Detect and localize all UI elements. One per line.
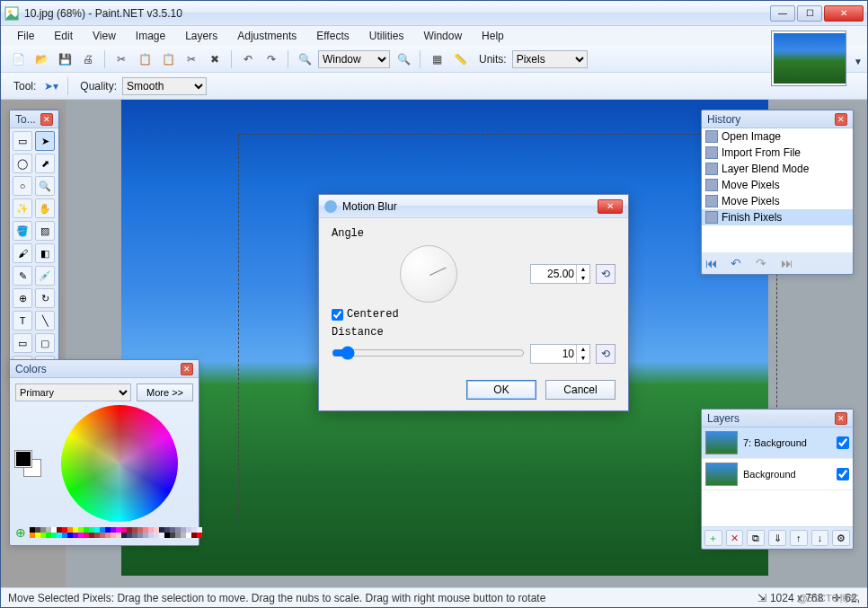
duplicate-layer-button[interactable]: ⧉ <box>747 530 765 546</box>
spin-up-icon[interactable]: ▲ <box>576 265 589 274</box>
grid-button[interactable]: ▦ <box>427 49 447 69</box>
thumbnail-dropdown-icon[interactable]: ▼ <box>854 57 866 69</box>
recolor-tool[interactable]: ↻ <box>35 288 55 308</box>
pencil-tool[interactable]: ✎ <box>13 266 32 286</box>
gradient-tool[interactable]: ▨ <box>35 221 55 241</box>
history-list[interactable]: Open ImageImport From FileLayer Blend Mo… <box>702 128 853 252</box>
distance-slider[interactable] <box>332 346 525 363</box>
current-tool-icon[interactable]: ➤▾ <box>41 76 61 96</box>
quality-select[interactable]: Smooth <box>122 77 207 95</box>
history-item[interactable]: Move Pixels <box>702 193 853 209</box>
close-icon[interactable]: ✕ <box>835 412 847 425</box>
distance-reset-button[interactable]: ⟲ <box>596 344 616 364</box>
layers-panel-title[interactable]: Layers ✕ <box>702 410 853 427</box>
layers-panel[interactable]: Layers ✕ 7: BackgroundBackground ＋ ✕ ⧉ ⇓… <box>701 409 854 550</box>
color-picker-tool[interactable]: 💉 <box>35 266 55 286</box>
distance-input[interactable] <box>531 345 576 363</box>
menu-effects[interactable]: Effects <box>307 28 358 44</box>
centered-checkbox[interactable] <box>332 309 343 321</box>
lasso-tool[interactable]: ◯ <box>13 154 32 173</box>
history-item[interactable]: Finish Pixels <box>702 209 853 225</box>
print-button[interactable]: 🖨 <box>78 49 98 69</box>
layer-props-button[interactable]: ⚙ <box>832 530 850 546</box>
tools-panel[interactable]: To... ✕ ▭ ➤ ◯ ⬈ ○ 🔍 ✨ ✋ 🪣 ▨ 🖌 ◧ ✎ 💉 ⊕ ↻ … <box>9 110 59 379</box>
dialog-close-button[interactable]: ✕ <box>598 199 623 214</box>
menu-image[interactable]: Image <box>127 28 174 44</box>
zoom-in-icon[interactable]: 🔍 <box>394 49 413 69</box>
history-item[interactable]: Open Image <box>702 128 853 145</box>
colors-panel[interactable]: Colors ✕ Primary More >> ⊕ <box>9 359 199 546</box>
delete-layer-button[interactable]: ✕ <box>726 530 744 546</box>
palette-swatch[interactable] <box>197 533 202 538</box>
redo-button[interactable]: ↷ <box>261 49 281 69</box>
save-button[interactable]: 💾 <box>55 49 75 69</box>
history-panel-title[interactable]: History ✕ <box>702 110 853 128</box>
redo-icon[interactable]: ↷ <box>756 256 774 270</box>
pan-tool[interactable]: ✋ <box>35 198 55 218</box>
spin-down-icon[interactable]: ▼ <box>576 354 589 363</box>
color-palette[interactable] <box>30 527 202 538</box>
zoom-select[interactable]: Window <box>318 50 390 68</box>
menu-layers[interactable]: Layers <box>176 28 226 44</box>
add-layer-button[interactable]: ＋ <box>704 530 722 546</box>
angle-spinner[interactable]: ▲▼ <box>530 264 590 284</box>
ellipse-select-tool[interactable]: ○ <box>13 176 32 196</box>
layer-list[interactable]: 7: BackgroundBackground <box>702 427 853 526</box>
clone-stamp-tool[interactable]: ⊕ <box>13 288 32 308</box>
titlebar[interactable]: 10.jpg (68%) - Paint.NET v3.5.10 — ☐ ✕ <box>1 1 867 26</box>
more-button[interactable]: More >> <box>137 383 193 401</box>
magic-wand-tool[interactable]: ✨ <box>13 198 32 218</box>
zoom-out-icon[interactable]: 🔍 <box>295 49 314 69</box>
angle-dial[interactable] <box>400 245 457 303</box>
rewind-icon[interactable]: ⏮ <box>705 256 723 270</box>
spin-down-icon[interactable]: ▼ <box>576 274 589 283</box>
dialog-titlebar[interactable]: Motion Blur ✕ <box>319 195 628 218</box>
move-tool[interactable]: ⬈ <box>35 154 55 173</box>
close-icon[interactable]: ✕ <box>835 113 847 126</box>
menu-window[interactable]: Window <box>414 28 471 44</box>
layer-item[interactable]: Background <box>702 459 853 490</box>
maximize-button[interactable]: ☐ <box>797 5 822 22</box>
ok-button[interactable]: OK <box>466 380 536 400</box>
layer-item[interactable]: 7: Background <box>702 427 853 459</box>
close-icon[interactable]: ✕ <box>181 363 193 375</box>
history-item[interactable]: Move Pixels <box>702 177 853 193</box>
open-button[interactable]: 📂 <box>31 49 51 69</box>
history-panel[interactable]: History ✕ Open ImageImport From FileLaye… <box>701 110 854 275</box>
tools-panel-title[interactable]: To... ✕ <box>10 110 58 128</box>
paste-button[interactable]: 📋 <box>158 49 178 69</box>
layer-visibility-checkbox[interactable] <box>837 436 849 449</box>
undo-button[interactable]: ↶ <box>238 49 258 69</box>
color-swatches[interactable] <box>15 451 40 476</box>
menu-file[interactable]: File <box>8 28 43 44</box>
close-icon[interactable]: ✕ <box>40 113 53 126</box>
deselect-button[interactable]: ✖ <box>205 49 225 69</box>
text-tool[interactable]: T <box>13 311 32 330</box>
menu-help[interactable]: Help <box>473 28 513 44</box>
move-down-button[interactable]: ↓ <box>811 530 829 546</box>
image-thumbnail[interactable] <box>771 31 846 86</box>
zoom-tool[interactable]: 🔍 <box>35 176 55 196</box>
distance-spinner[interactable]: ▲▼ <box>530 344 590 364</box>
history-item[interactable]: Import From File <box>702 145 853 161</box>
paint-bucket-tool[interactable]: 🪣 <box>13 221 32 241</box>
crop-button[interactable]: ✂ <box>182 49 201 69</box>
primary-color-swatch[interactable] <box>15 451 31 467</box>
add-swatch-icon[interactable]: ⊕ <box>15 525 26 540</box>
color-mode-select[interactable]: Primary <box>15 383 131 401</box>
cut-button[interactable]: ✂ <box>111 49 131 69</box>
undo-icon[interactable]: ↶ <box>731 256 748 270</box>
layer-visibility-checkbox[interactable] <box>837 468 849 480</box>
cancel-button[interactable]: Cancel <box>545 380 616 400</box>
minimize-button[interactable]: — <box>770 5 795 22</box>
move-up-button[interactable]: ↑ <box>790 530 808 546</box>
menu-utilities[interactable]: Utilities <box>360 28 413 44</box>
close-button[interactable]: ✕ <box>824 5 864 22</box>
menu-adjustments[interactable]: Adjustments <box>228 28 306 44</box>
rect-select-tool[interactable]: ▭ <box>13 131 32 151</box>
rectangle-tool[interactable]: ▭ <box>13 333 32 353</box>
spin-up-icon[interactable]: ▲ <box>576 345 589 354</box>
copy-button[interactable]: 📋 <box>135 49 155 69</box>
colors-panel-title[interactable]: Colors ✕ <box>10 360 199 378</box>
line-tool[interactable]: ╲ <box>35 311 55 330</box>
